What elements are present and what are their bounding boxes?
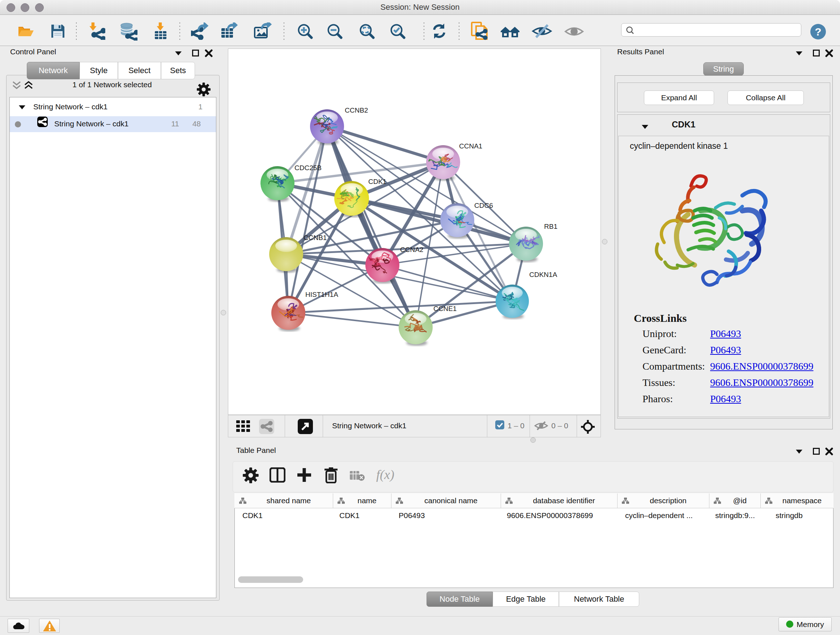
svg-text:RB1: RB1 <box>544 223 557 230</box>
svg-text:CCNB2: CCNB2 <box>345 106 368 114</box>
svg-text:CDC25B: CDC25B <box>294 164 322 172</box>
svg-text:CCNA2: CCNA2 <box>400 246 423 253</box>
svg-text:CDC6: CDC6 <box>474 202 493 209</box>
svg-text:CCNA1: CCNA1 <box>459 142 482 150</box>
svg-text:CDKN1A: CDKN1A <box>529 271 557 279</box>
svg-text:CCNE1: CCNE1 <box>433 305 456 312</box>
svg-text:HIST1H1A: HIST1H1A <box>305 291 338 298</box>
svg-text:CCNB1: CCNB1 <box>303 234 327 241</box>
svg-text:CDK1: CDK1 <box>368 178 387 185</box>
